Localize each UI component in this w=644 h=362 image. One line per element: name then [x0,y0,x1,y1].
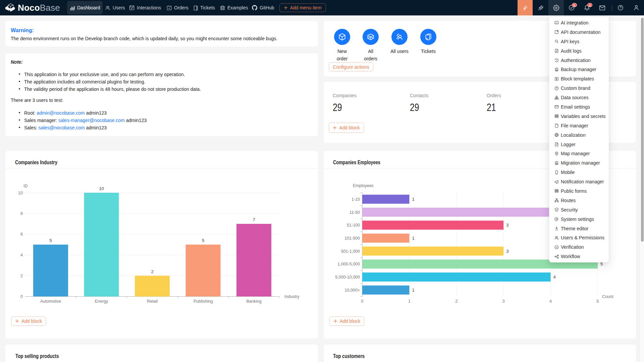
svg-text:11-50: 11-50 [350,210,360,215]
svg-text:Publishing: Publishing [194,299,213,304]
svg-text:Count: Count [602,294,613,299]
svg-text:ID: ID [23,184,28,188]
svg-text:Energy: Energy [95,299,108,304]
svg-text:1: 1 [408,299,411,304]
svg-text:Companies Employees: Companies Employees [333,160,380,165]
svg-text:1: 1 [412,197,414,202]
svg-text:10: 10 [18,191,23,195]
svg-text:Banking: Banking [246,299,261,304]
svg-text:3: 3 [506,249,508,254]
svg-text:Retail: Retail [147,299,158,304]
svg-text:3: 3 [506,223,508,228]
svg-text:1,000-5,000: 1,000-5,000 [337,262,360,266]
svg-text:10,000+: 10,000+ [344,288,360,293]
svg-text:0: 0 [20,294,23,299]
svg-text:4: 4 [549,299,552,304]
svg-text:3: 3 [502,299,505,304]
svg-text:8: 8 [20,211,23,216]
svg-text:5: 5 [49,238,52,243]
svg-text:Employees: Employees [353,183,374,188]
svg-text:Companies Industry: Companies Industry [15,160,57,165]
svg-text:501-1,000: 501-1,000 [341,249,360,254]
svg-text:1: 1 [412,288,414,293]
svg-text:2: 2 [455,299,458,304]
svg-text:101-500: 101-500 [344,236,360,241]
svg-text:10: 10 [99,186,104,191]
svg-text:51-100: 51-100 [347,223,360,228]
svg-text:5,000-10,000: 5,000-10,000 [335,275,360,280]
svg-text:5: 5 [202,238,204,243]
svg-text:1: 1 [412,236,414,241]
svg-text:Automotive: Automotive [40,299,61,304]
svg-text:2: 2 [151,269,153,274]
svg-text:4: 4 [553,275,556,280]
svg-text:0: 0 [361,299,364,304]
svg-text:6: 6 [20,232,23,237]
svg-text:4: 4 [20,253,23,257]
svg-text:5: 5 [597,299,599,304]
svg-text:2: 2 [20,274,23,278]
svg-text:1-10: 1-10 [352,197,360,202]
svg-text:Industry: Industry [284,294,300,299]
svg-text:7: 7 [253,217,255,222]
